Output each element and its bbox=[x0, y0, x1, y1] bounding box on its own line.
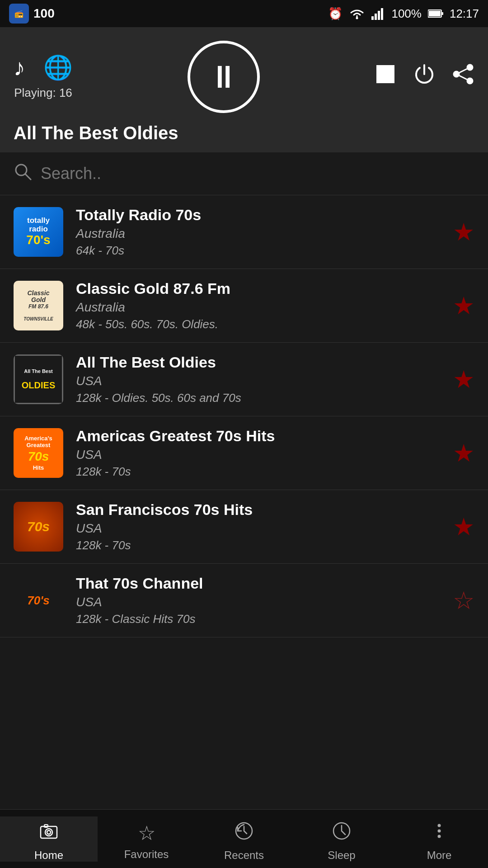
home-icon bbox=[39, 821, 59, 845]
station-meta-2: 48k - 50s. 60s. 70s. Oldies. bbox=[76, 317, 453, 331]
pause-icon: ⏸ bbox=[208, 59, 239, 95]
svg-line-15 bbox=[459, 75, 467, 80]
bottom-nav: Home ☆ Favorites Recents Sleep bbox=[0, 809, 488, 868]
station-name-3: All The Best Oldies bbox=[76, 354, 453, 371]
svg-line-17 bbox=[25, 174, 31, 179]
station-title: All The Best Oldies bbox=[14, 123, 474, 143]
nav-recents[interactable]: Recents bbox=[195, 816, 293, 862]
music-note-icon[interactable]: ♪ bbox=[14, 54, 25, 81]
station-item[interactable]: 70s San Franciscos 70s Hits USA 128k - 7… bbox=[0, 490, 488, 564]
battery-percent: 100% bbox=[391, 7, 422, 21]
stop-icon[interactable] bbox=[374, 63, 397, 91]
nav-more-label: More bbox=[427, 849, 452, 862]
svg-point-24 bbox=[438, 824, 441, 827]
app-icon: 📻 bbox=[9, 4, 29, 24]
station-item[interactable]: 70's That 70s Channel USA 128k - Classic… bbox=[0, 564, 488, 637]
svg-point-25 bbox=[438, 829, 441, 832]
svg-point-26 bbox=[438, 835, 441, 838]
time-display: 12:17 bbox=[450, 7, 479, 21]
favorite-star-3[interactable]: ★ bbox=[453, 365, 474, 394]
pause-button[interactable]: ⏸ bbox=[188, 41, 260, 113]
station-country-5: USA bbox=[76, 521, 453, 536]
search-input[interactable] bbox=[41, 164, 474, 183]
nav-home-label: Home bbox=[34, 849, 63, 862]
station-name-6: That 70s Channel bbox=[76, 575, 453, 592]
svg-rect-5 bbox=[378, 11, 380, 20]
station-info-2: Classic Gold 87.6 Fm Australia 48k - 50s… bbox=[76, 280, 453, 331]
station-logo-totally: totallyradio70's bbox=[14, 207, 63, 257]
svg-point-13 bbox=[467, 78, 473, 84]
svg-rect-9 bbox=[429, 11, 441, 16]
station-info-5: San Franciscos 70s Hits USA 128k - 70s bbox=[76, 501, 453, 552]
svg-point-12 bbox=[454, 71, 459, 77]
nav-sleep-label: Sleep bbox=[328, 849, 355, 862]
station-item[interactable]: America'sGreatest70sHits Americas Greate… bbox=[0, 416, 488, 490]
more-icon bbox=[429, 821, 449, 845]
station-meta-4: 128k - 70s bbox=[76, 465, 453, 479]
player-header: ♪ 🌐 Playing: 16 ⏸ bbox=[0, 27, 488, 152]
svg-point-11 bbox=[467, 65, 473, 70]
favorite-star-5[interactable]: ★ bbox=[453, 513, 474, 541]
station-info-6: That 70s Channel USA 128k - Classic Hits… bbox=[76, 575, 453, 626]
svg-rect-8 bbox=[441, 12, 443, 15]
status-left: 📻 100 bbox=[9, 4, 55, 24]
station-meta-5: 128k - 70s bbox=[76, 538, 453, 552]
station-country-4: USA bbox=[76, 448, 453, 462]
station-meta-3: 128k - Oldies. 50s. 60s and 70s bbox=[76, 391, 453, 405]
station-item[interactable]: All The Best OLDIES All The Best Oldies … bbox=[0, 343, 488, 416]
svg-point-19 bbox=[45, 829, 52, 836]
station-info-4: Americas Greatest 70s Hits USA 128k - 70… bbox=[76, 427, 453, 479]
nav-home[interactable]: Home bbox=[0, 816, 98, 862]
station-name-5: San Franciscos 70s Hits bbox=[76, 501, 453, 519]
player-right-icons bbox=[374, 63, 474, 91]
favorite-star-1[interactable]: ★ bbox=[453, 218, 474, 246]
globe-icon[interactable]: 🌐 bbox=[43, 54, 73, 81]
player-controls-row: ♪ 🌐 Playing: 16 ⏸ bbox=[14, 41, 474, 113]
favorite-star-2[interactable]: ★ bbox=[453, 292, 474, 320]
svg-rect-10 bbox=[376, 65, 394, 83]
recents-icon bbox=[234, 821, 254, 845]
station-name-4: Americas Greatest 70s Hits bbox=[76, 427, 453, 445]
svg-point-20 bbox=[47, 830, 51, 834]
station-item[interactable]: ClassicGoldFM 87.6TOWNSVILLE Classic Gol… bbox=[0, 269, 488, 343]
share-icon[interactable] bbox=[452, 63, 474, 91]
station-logo-oldies: All The Best OLDIES bbox=[14, 354, 63, 404]
station-info-1: Totally Radio 70s Australia 64k - 70s bbox=[76, 206, 453, 258]
search-icon bbox=[14, 162, 32, 185]
svg-rect-3 bbox=[371, 16, 374, 20]
station-name-1: Totally Radio 70s bbox=[76, 206, 453, 224]
svg-text:📻: 📻 bbox=[14, 9, 23, 18]
sleep-icon bbox=[332, 821, 352, 845]
nav-sleep[interactable]: Sleep bbox=[293, 816, 390, 862]
svg-rect-4 bbox=[375, 14, 377, 20]
power-icon[interactable] bbox=[413, 63, 436, 91]
station-item[interactable]: totallyradio70's Totally Radio 70s Austr… bbox=[0, 195, 488, 269]
favorites-star-icon: ☆ bbox=[138, 821, 155, 844]
station-list: totallyradio70's Totally Radio 70s Austr… bbox=[0, 195, 488, 833]
svg-rect-6 bbox=[381, 8, 383, 20]
wifi-icon bbox=[349, 7, 365, 20]
alarm-icon: ⏰ bbox=[328, 7, 343, 21]
signal-icon bbox=[371, 7, 385, 20]
nav-favorites[interactable]: ☆ Favorites bbox=[98, 817, 195, 861]
station-logo-that70s: 70's bbox=[14, 576, 63, 625]
nav-recents-label: Recents bbox=[224, 849, 264, 862]
station-meta-6: 128k - Classic Hits 70s bbox=[76, 612, 453, 626]
nav-more[interactable]: More bbox=[390, 816, 488, 862]
playing-label: Playing: 16 bbox=[14, 86, 72, 100]
station-country-1: Australia bbox=[76, 226, 453, 241]
station-country-3: USA bbox=[76, 374, 453, 388]
status-bar: 📻 100 ⏰ 100% 12:17 bbox=[0, 0, 488, 27]
svg-line-14 bbox=[459, 69, 467, 73]
favorite-star-6[interactable]: ☆ bbox=[453, 586, 474, 615]
player-left-icons: ♪ 🌐 Playing: 16 bbox=[14, 54, 73, 100]
favorite-star-4[interactable]: ★ bbox=[453, 439, 474, 467]
svg-point-2 bbox=[356, 17, 358, 19]
station-meta-1: 64k - 70s bbox=[76, 244, 453, 258]
search-bar bbox=[0, 152, 488, 195]
station-country-6: USA bbox=[76, 595, 453, 609]
battery-icon bbox=[428, 9, 443, 18]
status-number: 100 bbox=[33, 6, 55, 21]
station-logo-classic: ClassicGoldFM 87.6TOWNSVILLE bbox=[14, 281, 63, 330]
station-logo-americas: America'sGreatest70sHits bbox=[14, 428, 63, 478]
